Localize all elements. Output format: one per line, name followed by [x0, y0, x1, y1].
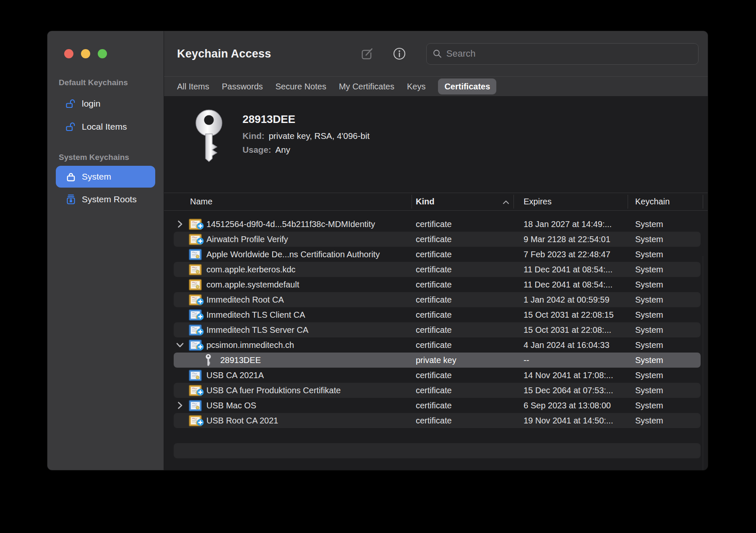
item-name: com.apple.systemdefault: [206, 280, 299, 290]
item-name: Immeditech TLS Client CA: [206, 310, 305, 320]
column-header-name[interactable]: Name: [164, 197, 416, 206]
sidebar-item-local-items[interactable]: Local Items: [56, 115, 155, 138]
table-row[interactable]: pcsimon.immeditech.ch certificate 4 Jan …: [164, 337, 708, 353]
zoom-window-button[interactable]: [98, 49, 107, 58]
tab-my-certificates[interactable]: My Certificates: [333, 78, 401, 94]
item-expires: 18 Jan 2027 at 14:49:...: [519, 219, 631, 229]
item-keychain: System: [631, 371, 708, 380]
item-expires: 15 Oct 2031 at 22:08:...: [519, 325, 631, 335]
item-expires: 19 Nov 2041 at 14:50:...: [519, 416, 631, 426]
table-row[interactable]: USB Root CA 2021 certificate 19 Nov 2041…: [164, 413, 708, 428]
disclosure-chevron[interactable]: [175, 342, 184, 347]
unlocked-padlock-icon: [65, 121, 76, 132]
certificate-gold-icon: [188, 278, 202, 291]
sidebar-item-label: System Roots: [82, 194, 137, 204]
table-row[interactable]: USB CA 2021A certificate 14 Nov 2041 at …: [164, 368, 708, 383]
item-expires: 14 Nov 2041 at 17:08:...: [519, 371, 631, 380]
plus-badge-icon: [197, 388, 204, 397]
system-roots-icon: [65, 194, 76, 205]
item-keychain: System: [631, 295, 708, 305]
item-expires: 1 Jan 2042 at 00:59:59: [519, 295, 631, 305]
table-row[interactable]: Apple Worldwide De...ns Certification Au…: [164, 247, 708, 262]
item-kind: certificate: [416, 280, 519, 290]
item-name: USB Root CA 2021: [206, 416, 278, 426]
column-header-expires[interactable]: Expires: [519, 197, 631, 206]
item-name: 28913DEE: [220, 355, 261, 365]
sidebar-item-system-roots[interactable]: System Roots: [56, 188, 155, 211]
item-name: Apple Worldwide De...ns Certification Au…: [206, 250, 380, 259]
disclosure-chevron[interactable]: [175, 402, 184, 409]
info-icon[interactable]: [393, 47, 406, 60]
item-keychain: System: [631, 355, 708, 365]
plus-badge-icon: [197, 313, 204, 321]
column-header-keychain[interactable]: Keychain: [631, 197, 708, 206]
toolbar: Keychain Access: [164, 31, 708, 76]
detail-kind-line: Kind:private key, RSA, 4'096-bit: [242, 131, 370, 141]
tab-certificates[interactable]: Certificates: [438, 78, 496, 94]
tab-all-items[interactable]: All Items: [171, 78, 216, 94]
table-row[interactable]: com.apple.kerberos.kdc certificate 11 De…: [164, 262, 708, 277]
table-row[interactable]: Immeditech TLS Client CA certificate 15 …: [164, 307, 708, 322]
item-expires: 11 Dec 2041 at 08:54:...: [519, 265, 631, 274]
item-kind: certificate: [416, 340, 519, 350]
item-keychain: System: [631, 235, 708, 244]
item-keychain: System: [631, 310, 708, 320]
certificate-gold-icon: [188, 263, 202, 276]
item-name: com.apple.kerberos.kdc: [206, 265, 295, 274]
private-key-icon: [203, 354, 213, 366]
item-name: 14512564-d9f0-4d...54b211f38c-MDMIdentit…: [206, 219, 375, 229]
table-row[interactable]: Airwatch Profile Verify certificate 9 Ma…: [164, 232, 708, 247]
sidebar-item-system[interactable]: System: [56, 166, 155, 188]
detail-usage-line: Usage:Any: [242, 145, 370, 155]
search-field[interactable]: [426, 43, 699, 65]
column-divider[interactable]: [628, 195, 628, 209]
table-row[interactable]: 28913DEE private key -- System: [164, 353, 708, 368]
item-name: pcsimon.immeditech.ch: [206, 340, 294, 350]
close-window-button[interactable]: [64, 49, 73, 58]
plus-badge-icon: [197, 328, 204, 336]
tab-passwords[interactable]: Passwords: [216, 78, 269, 94]
tab-keys[interactable]: Keys: [401, 78, 432, 94]
item-keychain: System: [631, 265, 708, 274]
sidebar-item-login[interactable]: login: [56, 92, 155, 115]
item-kind: certificate: [416, 235, 519, 244]
locked-padlock-icon: [65, 171, 76, 182]
certificate-gold-icon: [188, 218, 202, 230]
certificate-blue-icon: [188, 369, 202, 381]
certificate-blue-icon: [188, 248, 202, 261]
content-area: 28913DEE Kind:private key, RSA, 4'096-bi…: [164, 96, 708, 470]
table-row[interactable]: USB CA fuer Produktions Certifikate cert…: [164, 383, 708, 398]
item-kind: private key: [416, 355, 519, 365]
certificate-blue-icon: [188, 399, 202, 412]
table-row[interactable]: Immeditech TLS Server CA certificate 15 …: [164, 322, 708, 337]
detail-title: 28913DEE: [242, 113, 370, 126]
sidebar: Default Keychains login Local Items Syst…: [47, 31, 164, 470]
empty-row: [164, 443, 708, 458]
disclosure-chevron[interactable]: [175, 220, 184, 228]
column-divider[interactable]: [514, 195, 514, 209]
table-row[interactable]: USB Mac OS certificate 6 Sep 2023 at 13:…: [164, 398, 708, 413]
search-input[interactable]: [446, 48, 692, 59]
compose-icon[interactable]: [360, 47, 374, 61]
list-right-divider: [703, 256, 703, 470]
item-expires: --: [519, 355, 631, 365]
item-kind: certificate: [416, 250, 519, 259]
table-row[interactable]: 14512564-d9f0-4d...54b211f38c-MDMIdentit…: [164, 217, 708, 232]
column-divider[interactable]: [412, 195, 412, 209]
table-row[interactable]: Immeditech Root CA certificate 1 Jan 204…: [164, 292, 708, 307]
certificate-blue-icon: [188, 308, 202, 321]
minimize-window-button[interactable]: [81, 49, 90, 58]
table-row[interactable]: com.apple.systemdefault certificate 11 D…: [164, 277, 708, 292]
item-keychain: System: [631, 416, 708, 426]
item-name: USB CA 2021A: [206, 371, 264, 380]
plus-badge-icon: [197, 418, 204, 427]
item-expires: 6 Sep 2023 at 13:08:00: [519, 401, 631, 410]
sidebar-item-label: System: [82, 172, 111, 182]
item-kind: certificate: [416, 401, 519, 410]
plus-badge-icon: [197, 298, 204, 306]
empty-row: [164, 428, 708, 443]
column-divider[interactable]: [703, 195, 703, 209]
tab-secure-notes[interactable]: Secure Notes: [269, 78, 333, 94]
plus-badge-icon: [197, 222, 204, 230]
column-header-kind[interactable]: Kind: [416, 197, 519, 206]
